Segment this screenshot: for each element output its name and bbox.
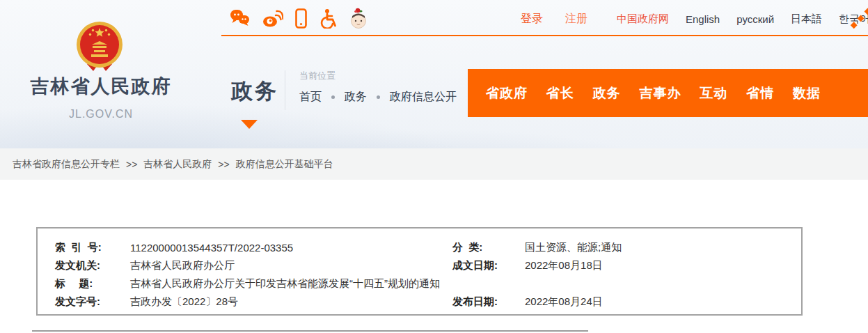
document-info-grid: 索 引 号: 11220000013544357T/2022-03355 分 类… [38, 229, 801, 311]
mascot-icon[interactable] [349, 7, 368, 29]
site-title: 吉林省人民政府 [29, 74, 173, 99]
section-title: 政务 [231, 77, 278, 106]
doc-label-date-written: 成文日期: [452, 259, 525, 272]
breadcrumb-separator [377, 95, 380, 99]
national-emblem-logo[interactable] [75, 20, 124, 72]
breadcrumb: 首页 政务 政府信息公开 [299, 90, 457, 104]
doc-label-category: 分 类: [452, 241, 525, 254]
doc-value-date-published: 2022年08月24日 [525, 295, 801, 309]
doc-value-index-number: 11220000013544357T/2022-03355 [130, 242, 452, 254]
path-separator: >> [218, 159, 229, 170]
current-location-label: 当前位置 [299, 70, 336, 82]
path-separator: >> [126, 159, 137, 170]
mobile-icon[interactable] [295, 8, 307, 29]
lang-russian-link[interactable]: русский [736, 13, 774, 25]
utility-links: 登录 注册 中国政府网 English русский 日本語 한국어 站群导航 [521, 12, 867, 26]
login-link[interactable]: 登录 [521, 12, 543, 26]
doc-value-title: 吉林省人民政府办公厅关于印发吉林省能源发展“十四五”规划的通知 [130, 277, 452, 291]
lang-english-link[interactable]: English [686, 13, 720, 25]
doc-label-document-number: 发文字号: [55, 295, 130, 309]
social-icon-row [230, 6, 368, 31]
china-gov-link[interactable]: 中国政府网 [617, 13, 669, 26]
site-domain: JL.GOV.CN [29, 108, 173, 121]
lang-japanese-link[interactable]: 日本語 [791, 13, 822, 26]
doc-value-issuing-agency: 吉林省人民政府办公厅 [130, 259, 452, 272]
nav-item-provincial-government[interactable]: 省政府 [486, 84, 528, 102]
vertical-divider [285, 70, 285, 110]
nav-item-province-overview[interactable]: 省情 [746, 84, 774, 102]
doc-label-title: 标 题: [55, 277, 130, 291]
document-info-box: 索 引 号: 11220000013544357T/2022-03355 分 类… [36, 227, 803, 316]
nav-item-data[interactable]: 数据 [793, 84, 821, 102]
accessibility-icon[interactable] [319, 8, 337, 29]
path-bar: 吉林省政府信息公开专栏 >> 吉林省人民政府 >> 政府信息公开基础平台 [0, 148, 868, 180]
breadcrumb-section[interactable]: 政务 [345, 90, 367, 104]
nav-item-government-affairs[interactable]: 政务 [593, 84, 621, 102]
doc-label-date-published: 发布日期: [452, 295, 525, 309]
header-accent-line [221, 35, 868, 36]
nav-item-jishiban[interactable]: 吉事办 [639, 84, 681, 102]
nav-item-governor[interactable]: 省长 [546, 84, 574, 102]
breadcrumb-page[interactable]: 政府信息公开 [390, 90, 457, 104]
wechat-icon[interactable] [230, 9, 251, 28]
doc-label-index-number: 索 引 号: [55, 241, 130, 254]
caret-down-icon [241, 120, 258, 129]
path-link-disclosure-platform[interactable]: 政府信息公开基础平台 [236, 158, 333, 171]
doc-value-date-written: 2022年08月18日 [525, 259, 801, 272]
path-link-disclosure-column[interactable]: 吉林省政府信息公开专栏 [13, 158, 120, 171]
breadcrumb-separator [331, 95, 335, 99]
lang-korean-link[interactable]: 한국어 [839, 13, 868, 26]
breadcrumb-home[interactable]: 首页 [299, 90, 322, 104]
path-link-provincial-government[interactable]: 吉林省人民政府 [143, 158, 212, 171]
page: 吉林省人民政府 JL.GOV.CN [0, 0, 868, 333]
doc-label-issuing-agency: 发文机关: [55, 259, 130, 272]
doc-value-document-number: 吉政办发〔2022〕28号 [130, 295, 452, 309]
doc-value-category: 国土资源、能源;通知 [525, 241, 801, 254]
weibo-icon[interactable] [262, 9, 283, 28]
nav-item-interaction[interactable]: 互动 [700, 84, 727, 102]
register-link[interactable]: 注册 [565, 12, 587, 26]
bottom-divider-line [32, 330, 588, 332]
main-nav: 省政府 省长 政务 吉事办 互动 省情 数据 [468, 69, 868, 117]
